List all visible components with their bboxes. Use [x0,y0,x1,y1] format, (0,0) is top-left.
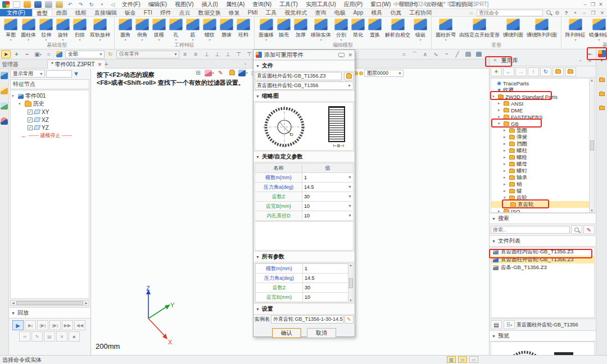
lasso-pick-icon[interactable]: ○ [44,50,53,58]
expand-icon[interactable]: ▸ [504,155,508,160]
expand-icon[interactable]: ▸ [498,209,502,213]
new-tab-button[interactable]: + [105,61,108,67]
scroll-down-icon[interactable]: ▼ [349,299,352,302]
tree-item-zw3d-standard-parts[interactable]: ▾ZW3D Standard Parts [491,93,594,100]
quick-access-caret-icon[interactable]: ▾ [98,2,106,7]
select-arrow-icon[interactable]: ➤ [1,50,11,58]
rotate-hand-icon[interactable] [474,50,483,58]
shaded-display-icon[interactable]: ▾ [238,69,248,77]
curve-tool-icon[interactable]: ~ [442,50,451,58]
manager-hscrollbar[interactable]: ◄ ► [10,300,89,306]
tab-sheet-metal[interactable]: 钣金 [121,9,140,16]
expand-icon[interactable]: ▸ [504,175,508,180]
cylinder-button[interactable]: 圆柱体▾ [19,19,38,42]
open-folder-icon[interactable] [552,67,564,76]
all-params-section-header[interactable]: ▼所有参数 [253,251,355,262]
menu-insert[interactable]: 插入(I) [199,1,220,8]
expand-icon[interactable]: ▸ [504,148,508,153]
menu-utilities[interactable]: 实用工具(U) [304,1,338,8]
tab-close-icon[interactable]: ✕ [98,62,102,67]
tree-item-dme[interactable]: ▸DME [491,107,594,113]
snap-icon-4[interactable]: ⊥ [212,50,222,58]
ribbon-minimize-icon[interactable]: – [581,10,588,16]
panel-dock-icon[interactable]: ⇱ [492,58,499,63]
param-value-dropdown[interactable]: 10▼ [302,202,354,211]
param-value-dropdown[interactable]: 1▼ [302,173,354,183]
home-icon[interactable]: ⌂ [468,10,475,16]
edit-pencil-icon[interactable]: ✎ [31,331,43,342]
remove-selection-icon[interactable]: − [22,50,32,58]
library-search-input[interactable] [491,226,570,234]
menu-attributes[interactable]: 属性(A) [224,1,247,8]
search-icon[interactable] [545,10,552,16]
tree-item-bearing[interactable]: ▸轴承 [491,174,594,181]
scroll-thumb[interactable] [590,140,594,151]
tab-app[interactable]: App [350,9,368,16]
draft-button[interactable]: 拔模▾ [151,19,167,42]
checkbox-checked-icon[interactable]: ✓ [28,110,33,115]
import-icon[interactable] [56,1,63,8]
expand-icon[interactable]: ▸ [504,189,508,193]
expand-icon[interactable]: ▾ [12,94,16,98]
tree-item-ansi[interactable]: ▸ANSI [491,100,594,107]
tree-item-screw[interactable]: ▸螺钉 [491,167,594,174]
tab-tools[interactable]: 工具 [262,9,281,16]
file-list-section-header[interactable]: ▼文件列表 [490,235,596,247]
tab-file[interactable]: 文件(F) [0,9,32,16]
key-params-section-header[interactable]: ▼关键/自定义参数 [253,151,355,162]
tree-item-traceparts[interactable]: ◉TraceParts [491,80,594,87]
browse-folder-icon[interactable] [344,72,354,80]
replay-section-header[interactable]: ▼ 回放 [9,307,90,319]
expand-icon[interactable]: ▸ [498,108,502,112]
thumbnail-section-header[interactable]: ▼缩略图 [253,90,355,102]
tab-electrode[interactable]: 电极 [330,9,350,16]
solid-view-icon[interactable] [1,87,8,94]
revolve-button[interactable]: 旋转▾ [55,19,71,42]
tree-item-part[interactable]: ▾ 零件001 [12,92,88,100]
settings-section-header[interactable]: ▼设置 [253,303,355,315]
new-file-icon[interactable] [13,1,20,8]
blank-icon[interactable]: ■ [69,331,80,342]
redo-icon[interactable]: ↷ [77,2,84,7]
tree-item-retaining-ring[interactable]: ▸挡圈 [491,140,594,147]
tree-item-spur-gear[interactable]: 直齿轮 [491,201,594,208]
replay-step-end-button[interactable]: ▶| [25,320,36,330]
monitor-icon[interactable]: ▭ [458,356,467,363]
heal-self-intersect-button[interactable]: 解析自相交 [383,19,412,39]
wrap-pattern-to-face-button[interactable]: 缠绕阵列到面 [525,19,559,39]
scroll-thumb[interactable] [349,278,353,288]
scroll-right-icon[interactable]: ► [84,301,88,305]
scroll-left-icon[interactable]: ◄ [11,301,15,305]
scroll-thumb[interactable] [16,301,83,305]
back-arrow-icon[interactable]: ← [503,67,514,76]
thread-button[interactable]: 螺纹▾ [201,19,218,42]
layer-color-icon[interactable] [359,71,363,75]
menu-tools[interactable]: 工具(T) [277,1,300,8]
sketch-button[interactable]: 草图▾ [2,19,19,42]
edit-instance-pencil-icon[interactable]: ✎ [345,315,354,324]
list-view-icon[interactable]: ▤ [491,320,502,329]
menu-view[interactable]: 视图(V) [173,1,196,8]
tab-pmi[interactable]: PMI [244,9,262,16]
param-value-dropdown[interactable]: 10▼ [302,211,354,221]
split-view-icon[interactable]: ▭ [469,356,478,363]
tab-inquire[interactable]: 查询 [311,9,330,16]
file-name-field[interactable]: 直齿圆柱外齿轮-GB_T1356.Z3 [255,72,342,80]
strip-folder-icon[interactable] [599,106,605,110]
tab-surface[interactable]: 曲面 [52,9,71,16]
print-icon[interactable] [45,1,52,8]
circle-tool-icon[interactable]: ○ [399,50,409,58]
pan-hand-icon[interactable] [463,50,473,58]
pattern-feature-button[interactable]: 阵列特征▾ [564,19,587,42]
replay-step2-button[interactable]: (▶) [49,320,61,330]
tab-point-cloud[interactable]: 点云 [175,9,194,16]
checkbox-checked-icon[interactable]: ✓ [28,117,33,122]
expand-icon[interactable]: ▾ [498,121,502,126]
file-item-internal-gear[interactable]: 直齿圆柱内齿轮-GB_T1356.Z3 [491,248,594,256]
thicken-button[interactable]: 加厚 [292,19,309,39]
filter-funnel-icon[interactable]: ▼ [73,70,79,77]
tab-minimize-icon[interactable]: ▫ [242,61,249,67]
confirm-button[interactable]: 确认 [272,328,301,338]
rollback-marker[interactable]: ← ------ 建模停止 ------ [12,131,88,139]
chamfer-button[interactable]: 倒角▾ [134,19,151,42]
